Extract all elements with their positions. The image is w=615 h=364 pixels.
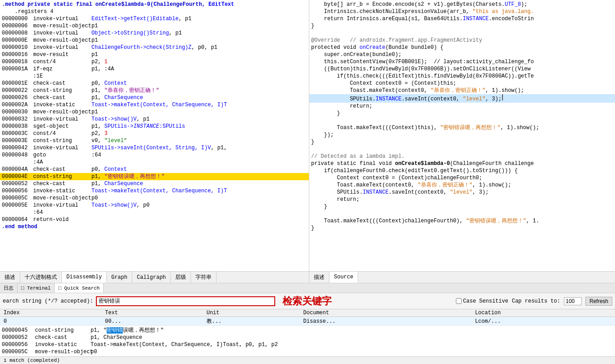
case-sensitive-label[interactable]: Case Sensitive [456,298,508,304]
code-line-00000052: 00000052 check-cast p1, CharSequence [0,180,309,187]
right-line-lambda-sig: private static final void onCreate$lambd… [309,160,615,167]
code-header-line: .method private static final onCreate$la… [0,1,309,8]
code-line-0000003C: 0000003C const/4 p2, 3 [0,130,309,137]
right-line-close4: } [309,139,615,146]
code-line-0000004E: 0000004E const-string p1, "密钥错误嗯，再想想！" [0,173,309,180]
right-line-close3: }); [309,131,615,139]
code-line-0000003E: 0000003E const-string v0, "level" [0,137,309,144]
tab-left-graph[interactable]: Graph [107,272,132,283]
code-line-00000032: 00000032 invoke-virtual Toast->show()V, … [0,116,309,123]
result-text: 00... [101,317,203,326]
tab-bottom-quicksearch[interactable]: □ Quick Search [55,283,104,293]
right-code-area[interactable]: byte[] arr_b = Encode.encode(s2 + v1).ge… [309,0,615,271]
search-options: Case Sensitive Cap results to: Refresh [456,297,612,306]
search-input-wrap[interactable] [96,296,275,306]
right-line-return2: return; [309,103,615,110]
tab-left-callgraph[interactable]: Callgraph [132,272,171,283]
code-label-64: :64 [0,209,309,216]
right-line-sputils-save: SPUtils.INSTANCE.saveInt(context0, "leve… [309,94,615,103]
tab-bottom-terminal[interactable]: □ Terminal [17,283,55,293]
refresh-button[interactable]: Refresh [585,297,612,306]
tab-bottom-log[interactable]: 日志 [0,283,17,293]
status-bar: 1 match (completed) [0,356,615,364]
left-code-area[interactable]: .method private static final onCreate$la… [0,0,309,271]
case-sensitive-checkbox[interactable] [456,298,462,304]
main-content: .method private static final onCreate$la… [0,0,615,283]
right-line-setcontent: this.setContentView(0x7F0B001E); // layo… [309,58,615,65]
right-line-oncreate-sig: protected void onCreate(Bundle bundle0) … [309,44,615,51]
code-preview: 00000045 const-string p1, "密钥错误嗯，再想想！" 0… [0,325,615,356]
preview-line-2: 00000052 check-cast p1, CharSequence [2,334,613,341]
code-line-00000038: 00000038 sget-object p1, SPUtils->INSTAN… [0,123,309,130]
result-index: 0 [0,317,101,326]
tab-left-describe[interactable]: 描述 [0,272,20,283]
right-line-findview: ((Button)this.findViewByld(0x7F08006B)).… [309,65,615,73]
code-line-00000008: 00000008 invoke-virtual Object->toString… [0,30,309,37]
right-line-lambda-toast-err: Toast.makeText(((Context)challengeFourth… [309,217,615,225]
code-line-0000000E: 0000000E move-result-object p1 [0,37,309,44]
search-keyword-label: 检索关键字 [282,295,332,308]
code-line-00000022: 00000022 const-string p1, "恭喜你，密钥正确！" [0,87,309,94]
code-line-0000004A: 0000004A check-cast p0, Context [0,166,309,173]
search-input[interactable] [97,297,274,305]
code-line-00000018: 00000018 const/4 p2, 1 [0,58,309,65]
code-line-00000006: 00000006 move-result-object p1 [0,22,309,30]
right-line-super: super.onCreate(bundle0); [309,51,615,58]
right-line-ifcheck: if(this.check(((EditText)this.findViewBy… [309,73,615,80]
right-line-intrinsics: Intrinsics.checkNotNullExpressionValue(a… [309,8,615,15]
right-line-lambda-ctx: Context context0 = (Context)challengeFou… [309,174,615,182]
code-line-0000001A: 0000001A if-eqz p1, :4A [0,65,309,73]
tab-left-disassembly[interactable]: Disassembly [62,272,107,283]
code-registers: .registers 4 [0,8,309,15]
right-line-empty1 [309,30,615,37]
bottom-section: 日志 □ Terminal □ Quick Search earch strin… [0,283,615,364]
right-panel: byte[] arr_b = Encode.encode(s2 + v1).ge… [309,0,615,283]
right-line-lambda-if: if(challengeFourth0.check(editText0.getT… [309,167,615,174]
bottom-tabs: 日志 □ Terminal □ Quick Search [0,283,615,293]
code-line-00000000: 00000000 invoke-virtual EditText->getTex… [0,15,309,22]
right-line-lambda-sp: SPUtils.INSTANCE.saveInt(context0, "leve… [309,189,615,196]
results-table: Index Text Unit Document Location 0 00..… [0,309,615,325]
right-line-comment-lambda: // Detected as a lambda impl. [309,153,615,160]
right-line-return: return Intrinsics.areEqual(s1, Base64Uti… [309,15,615,22]
result-unit: 教... [203,317,300,326]
right-line-arrb: byte[] arr_b = Encode.encode(s2 + v1).ge… [309,1,615,8]
code-line-0000005E: 0000005E invoke-virtual Toast->show()V, … [0,202,309,209]
code-line-00000056: 00000056 invoke-static Toast->makeText(C… [0,187,309,195]
code-line-0000001E: 0000001E check-cast p0, Context [0,80,309,87]
right-line-close2: } [309,110,615,117]
tab-left-strings[interactable]: 字符串 [191,272,217,283]
right-line-close1: } [309,22,615,30]
left-panel: .method private static final onCreate$la… [0,0,309,283]
search-label: earch string (*/? accepted): [3,298,93,304]
right-line-toast-err: Toast.makeText(((Context)this), "密钥错误嗯，再… [309,124,615,131]
col-document: Document [300,309,472,317]
right-line-override: @Override // androidx.fragment.app.Fragm… [309,37,615,44]
result-location: Lcom/... [472,317,615,326]
col-index: Index [0,309,101,317]
results-header-row: Index Text Unit Document Location [0,309,615,317]
code-line-00000016: 00000016 move-result p1 [0,51,309,58]
tab-right-describe[interactable]: 描述 [309,272,329,283]
status-text: 1 match (completed) [4,358,60,363]
right-line-empty2 [309,117,615,124]
col-text: Text [101,309,203,317]
right-line-empty3 [309,146,615,153]
code-line-00000048: 00000048 goto :64 [0,152,309,159]
preview-line-3: 00000056 invoke-static Toast->makeText(C… [2,341,613,348]
preview-line-4: 0000005C move-result-object p0 [2,348,613,355]
right-line-final-close: } [309,225,615,232]
right-line-context0: Context context0 = (Context)this; [309,80,615,87]
cap-results-input[interactable] [564,297,582,305]
result-document: Disasse... [300,317,472,326]
code-label-1E: :1E [0,73,309,80]
right-line-empty4 [309,210,615,217]
code-end-method: .end method [0,223,309,230]
tab-left-hierarchy[interactable]: 层级 [171,272,191,283]
code-line-0000002A: 0000002A invoke-static Toast->makeText(C… [0,101,309,108]
code-line-0000005C: 0000005C move-result-object p0 [0,195,309,202]
tab-left-hex[interactable]: 十六进制格式 [20,272,62,283]
tab-right-source[interactable]: Source [329,272,358,283]
result-row-0[interactable]: 0 00... 教... Disasse... Lcom/... [0,317,615,326]
search-bar: earch string (*/? accepted): 检索关键字 Case … [0,293,615,309]
